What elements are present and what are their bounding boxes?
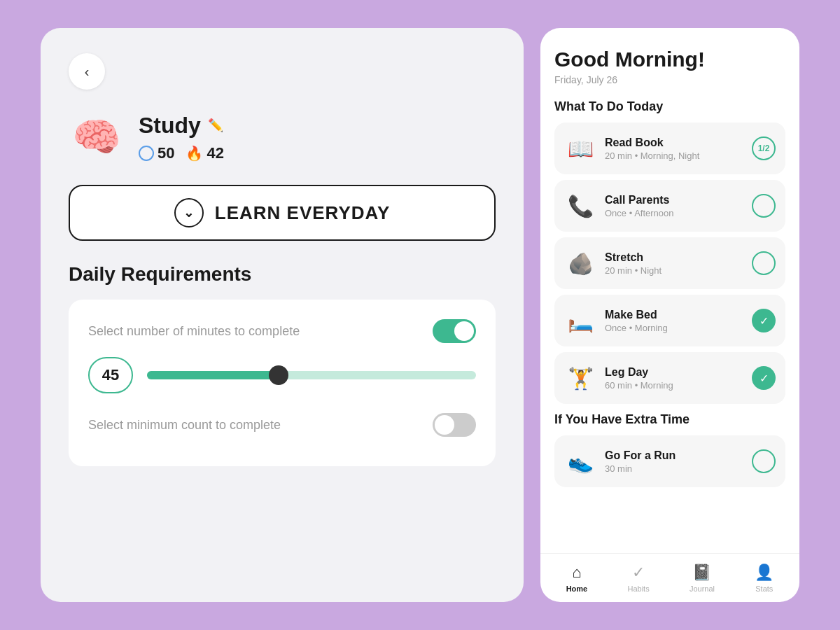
slider-value-display: 45 <box>88 357 133 393</box>
requirements-card: Select number of minutes to complete 45 … <box>69 300 496 466</box>
habit-item-meta: Once • Morning <box>605 323 743 333</box>
daily-requirements-title: Daily Requirements <box>69 263 496 286</box>
habit-item-meta: 30 min <box>605 463 743 474</box>
check-empty-icon[interactable] <box>752 194 776 218</box>
journal-icon: 📓 <box>692 564 711 582</box>
habit-item-text: Read Book20 min • Morning, Night <box>605 136 743 161</box>
count-toggle[interactable] <box>433 413 476 437</box>
nav-journal[interactable]: 📓 Journal <box>678 559 726 597</box>
extra-section: If You Have Extra Time 👟Go For a Run30 m… <box>554 412 785 487</box>
habit-name: Study <box>139 113 201 139</box>
habit-item-text: Stretch20 min • Night <box>605 251 743 276</box>
habit-item-name: Go For a Run <box>605 449 743 462</box>
habit-item-meta: 20 min • Morning, Night <box>605 150 743 161</box>
greeting: Good Morning! <box>554 48 785 71</box>
stats-row: 50 🔥 42 <box>139 144 224 162</box>
habit-item-icon: 🪨 <box>564 247 596 279</box>
list-item[interactable]: 🪨Stretch20 min • Night <box>554 237 785 289</box>
left-panel: ‹ 🧠 Study ✏️ 50 🔥 42 ⌄ LEARN EVERYDAY <box>41 28 524 602</box>
today-section-heading: What To Do Today <box>554 99 785 114</box>
slider-thumb[interactable] <box>269 365 288 385</box>
date-label: Friday, July 26 <box>554 74 785 85</box>
list-item[interactable]: 🏋️Leg Day60 min • Morning✓ <box>554 352 785 404</box>
slider-fill <box>147 371 279 379</box>
habit-item-meta: Once • Afternoon <box>605 208 743 218</box>
streak-item: 🔥 42 <box>186 144 223 162</box>
stats-icon: 👤 <box>755 564 774 582</box>
learn-btn-label: LEARN EVERYDAY <box>215 202 390 224</box>
nav-home-label: Home <box>566 584 588 593</box>
nav-habits-label: Habits <box>627 584 649 593</box>
list-item[interactable]: 👟Go For a Run30 min <box>554 435 785 487</box>
check-partial-icon[interactable]: 1/2 <box>752 136 776 160</box>
check-empty-icon[interactable] <box>752 251 776 275</box>
right-panel: Good Morning! Friday, July 26 What To Do… <box>540 28 799 602</box>
right-content: Good Morning! Friday, July 26 What To Do… <box>540 28 799 553</box>
habit-item-text: Leg Day60 min • Morning <box>605 366 743 391</box>
habit-item-icon: 📞 <box>564 190 596 222</box>
habit-item-name: Make Bed <box>605 309 743 321</box>
nav-stats-label: Stats <box>755 584 773 593</box>
list-item[interactable]: 📖Read Book20 min • Morning, Night1/2 <box>554 122 785 174</box>
stat-count: 50 <box>158 144 174 162</box>
habits-icon: ✓ <box>632 564 645 582</box>
habit-item-text: Make BedOnce • Morning <box>605 309 743 333</box>
minutes-toggle[interactable] <box>433 319 476 343</box>
chevron-down-icon: ⌄ <box>174 198 204 227</box>
fire-icon: 🔥 <box>186 145 203 162</box>
learn-everyday-button[interactable]: ⌄ LEARN EVERYDAY <box>69 185 496 241</box>
extra-habits-list: 👟Go For a Run30 min <box>554 435 785 487</box>
count-icon <box>139 146 154 161</box>
habit-item-name: Call Parents <box>605 194 743 206</box>
bottom-nav: ⌂ Home ✓ Habits 📓 Journal 👤 Stats <box>540 553 799 602</box>
habit-item-icon: 🏋️ <box>564 362 596 394</box>
habit-icon: 🧠 <box>69 109 125 165</box>
habit-item-meta: 20 min • Night <box>605 265 743 276</box>
count-label: Select minimum count to complete <box>88 418 281 433</box>
extra-section-heading: If You Have Extra Time <box>554 412 785 427</box>
count-toggle-row: Select minimum count to complete <box>88 413 476 437</box>
streak-count: 42 <box>206 144 223 162</box>
habit-title-block: Study ✏️ 50 🔥 42 <box>139 113 224 162</box>
habit-item-name: Leg Day <box>605 366 743 379</box>
habit-item-icon: 📖 <box>564 132 596 164</box>
slider-row: 45 <box>88 357 476 393</box>
list-item[interactable]: 🛏️Make BedOnce • Morning✓ <box>554 295 785 346</box>
check-empty-icon[interactable] <box>752 449 776 473</box>
minutes-label: Select number of minutes to complete <box>88 324 300 339</box>
habit-item-icon: 🛏️ <box>564 304 596 337</box>
habit-header: 🧠 Study ✏️ 50 🔥 42 <box>69 109 496 165</box>
habit-item-meta: 60 min • Morning <box>605 380 743 391</box>
nav-journal-label: Journal <box>690 584 715 593</box>
habit-item-name: Stretch <box>605 251 743 264</box>
today-habits-list: 📖Read Book20 min • Morning, Night1/2📞Cal… <box>554 122 785 404</box>
check-done-icon[interactable]: ✓ <box>752 309 776 332</box>
back-button[interactable]: ‹ <box>69 53 105 90</box>
home-icon: ⌂ <box>572 564 581 582</box>
habit-name-row: Study ✏️ <box>139 113 224 139</box>
habit-item-text: Go For a Run30 min <box>605 449 743 474</box>
slider-track[interactable] <box>147 371 476 379</box>
nav-stats[interactable]: 👤 Stats <box>743 559 785 597</box>
minutes-toggle-row: Select number of minutes to complete <box>88 319 476 343</box>
edit-icon[interactable]: ✏️ <box>208 118 223 133</box>
habit-item-name: Read Book <box>605 136 743 149</box>
nav-home[interactable]: ⌂ Home <box>555 559 599 597</box>
check-done-icon[interactable]: ✓ <box>752 366 776 390</box>
habit-item-text: Call ParentsOnce • Afternoon <box>605 194 743 218</box>
list-item[interactable]: 📞Call ParentsOnce • Afternoon <box>554 180 785 232</box>
nav-habits[interactable]: ✓ Habits <box>616 559 660 597</box>
stat-count-item: 50 <box>139 144 174 162</box>
habit-item-icon: 👟 <box>564 445 596 477</box>
back-icon: ‹ <box>85 64 90 80</box>
